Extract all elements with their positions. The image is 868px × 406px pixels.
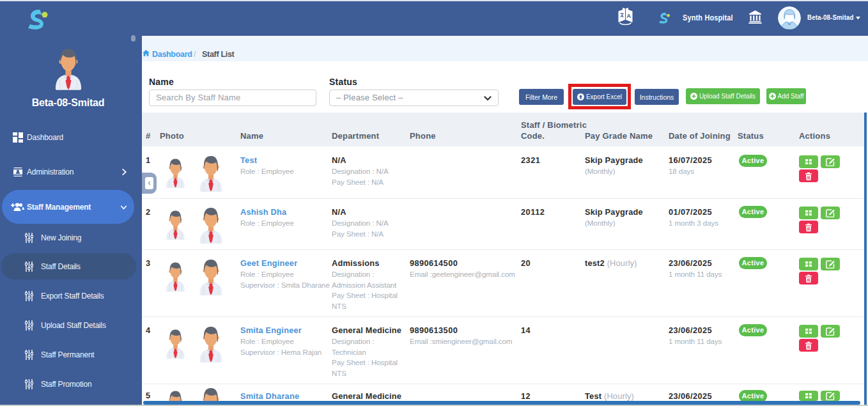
svg-text:A: A — [626, 12, 631, 19]
